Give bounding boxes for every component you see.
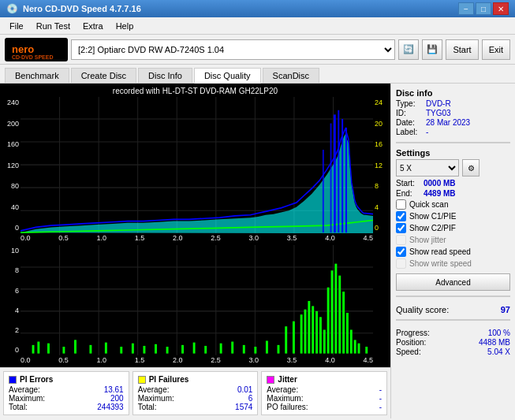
write-speed-label: Show write speed	[409, 259, 472, 268]
tab-bar: Benchmark Create Disc Disc Info Disc Qua…	[0, 65, 515, 84]
advanced-button[interactable]: Advanced	[396, 273, 510, 291]
chart-title: recorded with HL-DT-ST DVD-RAM GH22LP20	[3, 87, 387, 95]
top-chart	[21, 97, 373, 233]
c1pie-checkbox[interactable]	[396, 211, 406, 221]
svg-rect-73	[354, 340, 356, 354]
svg-rect-63	[315, 311, 318, 354]
top-y-axis: 24020016012080400	[3, 97, 21, 233]
jitter-checkbox[interactable]	[396, 235, 406, 245]
jitter-label: Show jitter	[409, 236, 446, 244]
menu-bar: File Run Test Extra Help	[0, 17, 515, 35]
svg-rect-49	[193, 343, 196, 354]
date-label: Date:	[396, 118, 426, 127]
write-speed-checkbox[interactable]	[396, 258, 406, 269]
disc-info-header: Disc info	[396, 88, 510, 98]
bottom-chart	[21, 245, 373, 355]
drive-select[interactable]: [2:2] Optiarc DVD RW AD-7240S 1.04	[71, 39, 395, 60]
svg-rect-68	[334, 264, 337, 354]
tab-scan-disc[interactable]: ScanDisc	[263, 68, 319, 83]
read-speed-label: Show read speed	[409, 247, 471, 256]
write-speed-row: Show write speed	[396, 258, 510, 269]
svg-rect-41	[89, 345, 91, 354]
position-value: 4488 MB	[479, 338, 510, 347]
svg-rect-70	[342, 292, 345, 353]
progress-label: Progress:	[396, 329, 430, 337]
svg-rect-52	[231, 342, 233, 354]
svg-rect-57	[285, 326, 287, 353]
svg-text:nero: nero	[12, 43, 34, 55]
minimize-button[interactable]: −	[458, 2, 474, 15]
date-value: 28 Mar 2023	[426, 118, 470, 127]
svg-rect-75	[365, 347, 368, 354]
speed-value: 5.04 X	[487, 348, 510, 356]
settings-icon-btn[interactable]: ⚙	[462, 159, 480, 177]
tab-create-disc[interactable]: Create Disc	[71, 68, 136, 83]
save-icon-btn[interactable]: 💾	[422, 39, 442, 60]
stats-bar: PI Errors Average:13.61 Maximum:200 Tota…	[0, 367, 390, 418]
bottom-x-axis: 0.00.51.01.52.02.53.03.54.04.5	[3, 356, 387, 364]
svg-rect-48	[181, 345, 184, 354]
tab-disc-quality[interactable]: Disc Quality	[194, 68, 261, 84]
settings-section: Settings 5 X Max 1 X 2 X 4 X 8 X ⚙ Start…	[396, 148, 510, 291]
type-label: Type:	[396, 99, 426, 108]
jitter-row: Show jitter	[396, 235, 510, 245]
disc-info-section: Disc info Type: DVD-R ID: TYG03 Date: 28…	[396, 88, 510, 137]
svg-rect-59	[300, 314, 303, 353]
svg-rect-65	[323, 330, 326, 354]
svg-rect-55	[266, 341, 268, 354]
svg-rect-58	[293, 322, 295, 354]
id-value: TYG03	[426, 109, 451, 117]
quick-scan-checkbox[interactable]	[396, 199, 406, 210]
bottom-y-axis: 1086420	[3, 245, 21, 355]
svg-rect-62	[312, 307, 314, 354]
read-speed-checkbox[interactable]	[396, 247, 406, 257]
svg-rect-44	[132, 344, 134, 354]
svg-rect-36	[32, 345, 35, 354]
quick-scan-label: Quick scan	[409, 200, 448, 209]
menu-run-test[interactable]: Run Test	[30, 20, 77, 32]
c2pif-checkbox[interactable]	[396, 223, 406, 233]
svg-rect-56	[278, 345, 280, 354]
menu-file[interactable]: File	[3, 20, 30, 32]
pi-errors-label: PI Errors	[20, 375, 53, 384]
svg-rect-54	[254, 347, 256, 354]
right-panel: Disc info Type: DVD-R ID: TYG03 Date: 28…	[390, 84, 515, 418]
start-button[interactable]: Start	[446, 39, 478, 60]
settings-header: Settings	[396, 148, 510, 158]
app-icon: 💿	[6, 3, 18, 14]
svg-rect-51	[220, 344, 222, 354]
title-bar: 💿 Nero CD-DVD Speed 4.7.7.16 − □ ✕	[0, 0, 515, 17]
chart-area: recorded with HL-DT-ST DVD-RAM GH22LP20 …	[0, 84, 390, 418]
c2pif-row: Show C2/PIF	[396, 223, 510, 233]
type-value: DVD-R	[426, 99, 451, 108]
c1pie-row: Show C1/PIE	[396, 211, 510, 221]
speed-select[interactable]: 5 X Max 1 X 2 X 4 X 8 X	[396, 159, 459, 177]
pi-failures-stats: PI Failures Average:0.01 Maximum:6 Total…	[132, 371, 259, 415]
maximize-button[interactable]: □	[476, 2, 491, 15]
svg-rect-67	[331, 271, 334, 354]
quality-score: 97	[501, 305, 510, 314]
menu-extra[interactable]: Extra	[77, 20, 110, 32]
exit-button[interactable]: Exit	[482, 39, 510, 60]
menu-help[interactable]: Help	[110, 20, 140, 32]
pi-failures-color	[138, 376, 146, 384]
svg-rect-40	[74, 340, 77, 354]
svg-rect-38	[47, 344, 50, 354]
svg-rect-61	[308, 301, 310, 354]
nero-logo: nero CD·DVD SPEED	[5, 38, 68, 61]
tab-disc-info[interactable]: Disc Info	[138, 68, 192, 83]
refresh-icon-btn[interactable]: 🔄	[398, 39, 419, 60]
end-mb-value: 4489 MB	[424, 189, 456, 198]
svg-rect-45	[143, 346, 145, 354]
svg-rect-69	[338, 276, 341, 354]
svg-rect-66	[327, 288, 330, 354]
svg-rect-37	[37, 342, 39, 354]
read-speed-row: Show read speed	[396, 247, 510, 257]
top-x-axis: 0.00.51.01.52.02.53.03.54.04.5	[3, 234, 387, 242]
jitter-label: Jitter	[278, 375, 297, 384]
tab-benchmark[interactable]: Benchmark	[5, 68, 69, 83]
close-button[interactable]: ✕	[493, 2, 509, 15]
svg-rect-53	[243, 345, 245, 354]
progress-value: 100 %	[488, 329, 510, 337]
svg-rect-72	[350, 330, 353, 354]
